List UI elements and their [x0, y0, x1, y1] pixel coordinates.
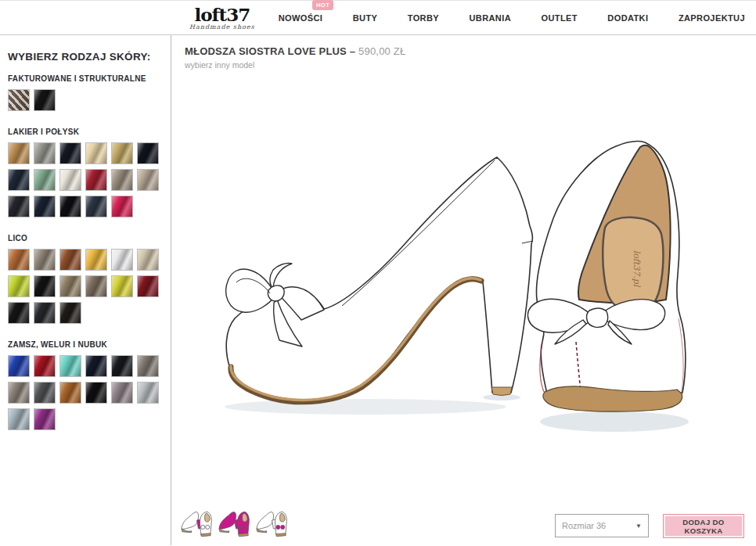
side-shoe-view	[226, 157, 533, 404]
brand-logo-tagline: Handmade shoes	[189, 24, 255, 31]
nav-item-dodatki[interactable]: DODATKI	[607, 13, 648, 23]
nav-item-label: ZAPROJEKTUJ	[679, 13, 745, 23]
swatch-beige[interactable]	[137, 249, 159, 271]
brand-logo-text: loft37	[195, 5, 250, 23]
size-select[interactable]: Rozmiar 36 ▼	[555, 514, 649, 537]
swatch-navy-suede[interactable]	[85, 355, 107, 377]
swatch-crimson[interactable]	[85, 169, 107, 191]
swatch-dark-red[interactable]	[137, 275, 159, 297]
change-model-link[interactable]: wybierz inny model	[185, 60, 405, 70]
swatch-brown-black[interactable]	[59, 302, 81, 324]
nav-item-ubrania[interactable]: UBRANIA	[469, 13, 511, 23]
nav-item-label: TORBY	[408, 13, 439, 23]
swatch-dark-navy[interactable]	[34, 196, 56, 217]
leather-sections: FAKTUROWANE I STRUKTURALNELAKIER I POŁYS…	[8, 74, 171, 435]
swatch-purple[interactable]	[34, 408, 56, 430]
swatch-antique-gold[interactable]	[111, 142, 133, 164]
top-navigation-bar: loft37 Handmade shoes NOWOŚCIHOTBUTYTORB…	[0, 0, 756, 35]
side-shoe-shadow	[225, 399, 506, 415]
nav-item-outlet[interactable]: OUTLET	[541, 13, 577, 23]
swatch-beige-taupe[interactable]	[137, 169, 159, 191]
swatch-copper[interactable]	[8, 142, 30, 164]
swatch-silver[interactable]	[34, 142, 56, 164]
nav-item-label: DODATKI	[607, 13, 648, 23]
swatch-slate-blue[interactable]	[85, 196, 107, 217]
nav-item-label: UBRANIA	[469, 13, 511, 23]
swatch-grid	[8, 355, 169, 435]
section-title-lico: LICO	[8, 234, 171, 242]
swatch-taupe[interactable]	[111, 169, 133, 191]
swatch-black-gloss[interactable]	[59, 196, 81, 217]
leather-sidebar: WYBIERZ RODZAJ SKÓRY: FAKTUROWANE I STRU…	[0, 35, 171, 545]
swatch-royal-blue[interactable]	[8, 355, 30, 377]
swatch-lime-green[interactable]	[8, 275, 30, 297]
swatch-grey-brown[interactable]	[85, 275, 107, 297]
hot-badge: HOT	[312, 0, 333, 10]
swatch-grey-taupe[interactable]	[34, 249, 56, 271]
swatch-chestnut[interactable]	[59, 249, 81, 271]
chevron-down-icon: ▼	[635, 523, 642, 530]
size-select-value: Rozmiar 36	[562, 521, 606, 530]
swatch-black-suede[interactable]	[111, 355, 133, 377]
swatch-cognac[interactable]	[8, 249, 30, 271]
swatch-red[interactable]	[34, 355, 56, 377]
swatch-grid	[8, 89, 169, 116]
swatch-black-structural[interactable]	[34, 89, 56, 111]
product-image: loft37.pl	[185, 77, 751, 520]
nav-item-nowości[interactable]: NOWOŚCIHOT	[279, 13, 323, 23]
swatch-black-patent[interactable]	[137, 142, 159, 164]
swatch-black-velvet[interactable]	[85, 382, 107, 404]
section-title-lakier-i-połysk: LAKIER I POŁYSK	[8, 128, 171, 136]
sidebar-title: WYBIERZ RODZAJ SKÓRY:	[8, 51, 171, 63]
swatch-cognac-nubuck[interactable]	[59, 382, 81, 404]
product-header: MŁODSZA SIOSTRA LOVE PLUS – 590,00 ZŁ wy…	[185, 45, 405, 70]
variant-thumbnail-white-pink-heel[interactable]	[179, 508, 214, 541]
nav-item-label: OUTLET	[541, 13, 577, 23]
model-thumbnails	[179, 508, 292, 541]
nav-item-zaprojektuj[interactable]: ZAPROJEKTUJ	[679, 13, 745, 23]
swatch-khaki[interactable]	[59, 275, 81, 297]
swatch-dark-grey-suede[interactable]	[34, 382, 56, 404]
swatch-grid	[8, 142, 169, 222]
swatch-navy-patent[interactable]	[8, 169, 30, 191]
swatch-champagne[interactable]	[85, 142, 107, 164]
section-title-fakturowane-i-strukturalne: FAKTUROWANE I STRUKTURALNE	[8, 74, 171, 83]
variant-thumbnail-white[interactable]	[254, 508, 290, 541]
product-price: 590,00 ZŁ	[358, 45, 405, 57]
front-shoe-bow	[527, 299, 664, 344]
insole-logo-text: loft37.pl	[632, 250, 642, 288]
swatch-snake-brown[interactable]	[8, 89, 30, 111]
nav-item-label: NOWOŚCI	[279, 13, 323, 23]
front-shoe-shadow	[540, 411, 689, 432]
swatch-yellow-gold[interactable]	[85, 249, 107, 271]
nav-item-label: BUTY	[353, 13, 378, 23]
front-shoe-view: loft37.pl	[527, 142, 685, 412]
swatch-white[interactable]	[111, 249, 133, 271]
swatch-blue-grey[interactable]	[8, 408, 30, 430]
swatch-turquoise[interactable]	[59, 355, 81, 377]
brand-logo[interactable]: loft37 Handmade shoes	[189, 5, 255, 31]
swatch-dark-grey[interactable]	[34, 302, 56, 324]
content-area: WYBIERZ RODZAJ SKÓRY: FAKTUROWANE I STRU…	[0, 35, 756, 545]
product-name: MŁODSZA SIOSTRA LOVE PLUS –	[185, 45, 355, 57]
swatch-light-grey[interactable]	[137, 382, 159, 404]
product-title: MŁODSZA SIOSTRA LOVE PLUS – 590,00 ZŁ	[185, 45, 405, 57]
swatch-chartreuse[interactable]	[111, 275, 133, 297]
variant-thumbnail-magenta[interactable]	[217, 508, 252, 541]
swatch-black-matte[interactable]	[8, 302, 30, 324]
product-configurator: MŁODSZA SIOSTRA LOVE PLUS – 590,00 ZŁ wy…	[171, 35, 756, 545]
swatch-sage-green[interactable]	[34, 169, 56, 191]
swatch-grey-beige[interactable]	[8, 382, 30, 404]
swatch-cream-white[interactable]	[59, 169, 81, 191]
nav-item-torby[interactable]: TORBY	[408, 13, 439, 23]
section-title-zamsz-welur-i-nubuk: ZAMSZ, WELUR I NUBUK	[8, 340, 171, 349]
add-to-cart-button[interactable]: DODAJ DO KOSZYKA	[663, 514, 744, 538]
nav-item-buty[interactable]: BUTY	[353, 13, 378, 23]
swatch-grey-mauve[interactable]	[111, 382, 133, 404]
swatch-navy-black[interactable]	[59, 142, 81, 164]
swatch-grey-taupe-suede[interactable]	[137, 355, 159, 377]
swatch-black[interactable]	[34, 275, 56, 297]
swatch-raspberry[interactable]	[111, 196, 133, 217]
swatch-charcoal[interactable]	[8, 196, 30, 217]
heel-shadow	[483, 394, 520, 401]
